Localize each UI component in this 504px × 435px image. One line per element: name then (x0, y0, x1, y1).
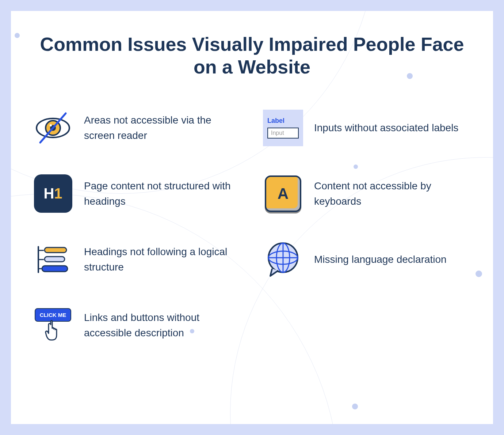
svg-rect-9 (45, 247, 66, 253)
issue-text: Areas not accessible via the screen read… (84, 113, 241, 143)
h1-badge-icon: H1 (33, 174, 73, 214)
label-text: Label (267, 117, 299, 125)
eye-slash-icon (33, 108, 73, 148)
key-letter: A (265, 175, 301, 212)
heading-levels-icon (33, 239, 73, 280)
issue-text: Content not accessible by keyboards (314, 178, 471, 209)
decorative-dot (352, 404, 358, 409)
svg-rect-10 (45, 257, 65, 262)
issue-text: Links and buttons without accessible des… (84, 310, 241, 341)
decorative-dot (476, 271, 482, 277)
issue-item-headings: H1 Page content not structured with head… (33, 174, 241, 214)
issue-item-screen-reader: Areas not accessible via the screen read… (33, 108, 241, 148)
svg-rect-11 (42, 266, 68, 272)
badge-number-1: 1 (54, 185, 62, 202)
decorative-dot (15, 33, 20, 38)
issue-text: Headings not following a logical structu… (84, 244, 241, 275)
issue-item-language: Missing language declaration (263, 239, 471, 280)
svg-point-3 (50, 124, 52, 126)
globe-icon (263, 239, 303, 280)
click-pointer-icon: CLICK ME (33, 305, 73, 345)
badge-letter-h: H (43, 185, 54, 202)
input-placeholder: Input (267, 128, 299, 139)
keyboard-key-icon: A (263, 174, 303, 214)
page-title: Common Issues Visually Impaired People F… (33, 33, 471, 79)
issue-item-keyboard: A Content not accessible by keyboards (263, 174, 471, 214)
issue-text: Inputs without associated labels (314, 120, 458, 136)
issue-text: Page content not structured with heading… (84, 178, 241, 209)
infographic-card: Common Issues Visually Impaired People F… (11, 11, 493, 424)
label-input-icon: Label Input (263, 108, 303, 148)
issues-grid: Areas not accessible via the screen read… (33, 108, 471, 345)
issue-text: Missing language declaration (314, 252, 447, 267)
issue-item-input-labels: Label Input Inputs without associated la… (263, 108, 471, 148)
issue-item-links-buttons: CLICK ME Links and buttons without acces… (33, 305, 241, 345)
issue-item-heading-structure: Headings not following a logical structu… (33, 239, 241, 280)
